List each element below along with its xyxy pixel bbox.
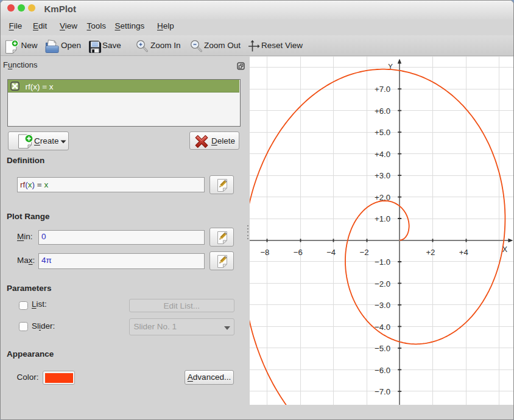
- svg-text:−5.0: −5.0: [375, 344, 390, 353]
- svg-text:−7.0: −7.0: [375, 387, 390, 396]
- svg-text:+4: +4: [459, 248, 468, 257]
- svg-text:+3.0: +3.0: [375, 171, 390, 180]
- svg-text:+4.0: +4.0: [375, 150, 390, 159]
- svg-text:+5.0: +5.0: [375, 128, 390, 137]
- svg-text:+7.0: +7.0: [375, 85, 390, 94]
- svg-text:+2.0: +2.0: [375, 193, 390, 202]
- svg-text:−6: −6: [294, 248, 303, 257]
- svg-text:−6.0: −6.0: [375, 366, 390, 375]
- svg-text:X: X: [502, 245, 508, 254]
- svg-text:+2: +2: [426, 248, 435, 257]
- svg-text:Y: Y: [388, 63, 393, 70]
- svg-text:−3.0: −3.0: [375, 301, 390, 310]
- svg-text:−1.0: −1.0: [375, 257, 390, 267]
- svg-text:+6.0: +6.0: [375, 107, 390, 116]
- svg-text:−4.0: −4.0: [375, 323, 390, 332]
- svg-text:−2: −2: [360, 248, 369, 257]
- svg-text:+1.0: +1.0: [375, 214, 390, 223]
- svg-text:−8: −8: [260, 248, 269, 257]
- svg-text:−4: −4: [326, 248, 336, 257]
- svg-text:−2.0: −2.0: [375, 279, 390, 289]
